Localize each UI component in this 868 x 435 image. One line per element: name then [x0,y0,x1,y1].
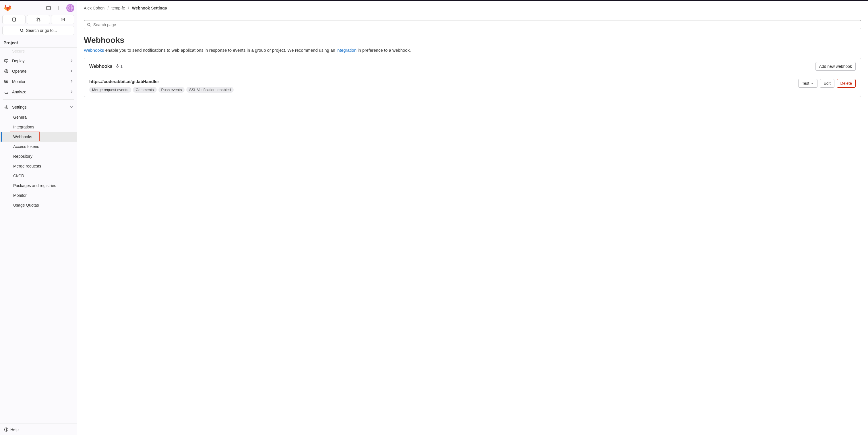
sidebar-item-operate[interactable]: Operate [0,66,76,77]
merge-requests-button[interactable] [27,15,50,24]
sub-label: Usage Quotas [13,203,39,207]
sidebar-item-settings[interactable]: Settings [0,102,76,112]
sub-label: CI/CD [13,174,24,178]
settings-sub-integrations[interactable]: Integrations [0,122,76,132]
webhook-tag: Push events [158,87,185,93]
search-icon [87,23,91,27]
chevron-right-icon [70,69,73,74]
subtitle-text: enable you to send notifications to web … [104,48,336,53]
sidebar-item-deploy[interactable]: Deploy [0,56,76,66]
sidebar-search-label: Search or go to... [26,28,57,33]
sidebar-item-truncated[interactable]: Secure [0,49,76,56]
todos-button[interactable] [51,15,74,24]
webhooks-card: Webhooks 1 Add new webhook https://coder… [84,58,861,97]
settings-sub-packages[interactable]: Packages and registries [0,181,76,191]
svg-line-19 [90,26,91,26]
breadcrumb-item[interactable]: temp-fe [112,6,125,10]
webhook-url: https://coderabbit.ai/gitlabHandler [89,79,234,84]
webhook-tags: Merge request events Comments Push event… [89,87,234,93]
svg-point-15 [6,107,7,108]
sub-label: Integrations [13,125,34,129]
sub-label: Webhooks [13,135,32,139]
todo-icon [61,17,65,22]
merge-icon [36,17,41,22]
help-label: Help [10,427,19,432]
gitlab-logo[interactable] [3,4,12,12]
svg-point-5 [37,18,38,19]
count-value: 1 [121,64,123,69]
settings-sub-merge-requests[interactable]: Merge requests [0,161,76,171]
tanuki-icon [4,4,11,12]
chevron-right-icon [70,79,73,84]
issues-button[interactable] [2,15,26,24]
sidebar-nav: Secure Deploy Operate Monitor Analyze [0,48,76,424]
card-header: Webhooks 1 Add new webhook [84,58,861,75]
nav-label: Analyze [12,90,26,94]
breadcrumb-sep: / [107,6,108,10]
content: Webhooks Webhooks enable you to send not… [77,15,868,102]
delete-webhook-button[interactable]: Delete [837,79,856,88]
monitor-icon [3,79,9,85]
nav-label: Deploy [12,59,25,63]
page-search-input[interactable] [93,22,858,27]
sub-label: Packages and registries [13,183,56,188]
chevron-down-icon [70,105,73,110]
settings-sub-cicd[interactable]: CI/CD [0,171,76,181]
deploy-icon [3,58,9,64]
settings-sub-monitor[interactable]: Monitor [0,191,76,200]
sub-label: Repository [13,154,32,158]
webhook-tag: SSL Verification: enabled [186,87,234,93]
svg-point-9 [20,29,23,32]
plus-icon [57,6,61,10]
settings-sub-usage-quotas[interactable]: Usage Quotas [0,200,76,210]
page-subtitle: Webhooks enable you to send notification… [84,48,861,53]
create-new-button[interactable] [55,4,63,12]
page-title: Webhooks [84,36,861,45]
collapse-sidebar-button[interactable] [44,4,53,12]
page-search[interactable] [84,20,861,29]
edit-webhook-button[interactable]: Edit [820,79,834,88]
chevron-right-icon [70,59,73,63]
test-label: Test [802,81,809,86]
settings-sub-repository[interactable]: Repository [0,151,76,161]
sidebar-item-monitor[interactable]: Monitor [0,77,76,87]
breadcrumb-item-current[interactable]: Webhook Settings [132,6,167,10]
svg-point-6 [37,20,38,21]
svg-rect-0 [47,6,51,10]
test-webhook-button[interactable]: Test [798,79,818,88]
settings-sub-access-tokens[interactable]: Access tokens [0,142,76,151]
svg-rect-11 [5,59,8,62]
svg-point-18 [88,23,90,26]
search-icon [20,28,24,32]
sidebar-search-button[interactable]: Search or go to... [2,26,74,35]
svg-line-10 [22,31,23,32]
user-avatar[interactable] [66,4,74,12]
operate-icon [3,68,9,74]
hook-icon [115,64,119,68]
breadcrumb-sep: / [128,6,129,10]
breadcrumbs: Alex Cohen / temp-fe / Webhook Settings [77,1,868,15]
nav-label: Settings [12,105,27,110]
subtitle-link-integration[interactable]: integration [336,48,356,53]
sidebar-item-analyze[interactable]: Analyze [0,87,76,97]
app-shell: Search or go to... Project Secure Deploy… [0,1,868,435]
nav-label: Monitor [12,79,26,84]
analyze-icon [3,89,9,95]
sub-label: Monitor [13,193,27,198]
webhook-row: https://coderabbit.ai/gitlabHandler Merg… [89,79,856,93]
subtitle-text-end: in preference to a webhook. [356,48,411,53]
sidebar: Search or go to... Project Secure Deploy… [0,1,77,435]
webhook-count: 1 [115,64,123,69]
nav-label: Operate [12,69,27,74]
gear-icon [3,104,9,110]
sidebar-section-label: Project [0,38,76,48]
add-webhook-button[interactable]: Add new webhook [815,62,856,71]
settings-sub-general[interactable]: General [0,112,76,122]
subtitle-link-webhooks[interactable]: Webhooks [84,48,104,53]
sidebar-collapse-icon [46,6,51,10]
settings-sub-webhooks[interactable]: Webhooks [0,132,76,142]
help-button[interactable]: Help [0,424,76,435]
help-icon [4,427,9,432]
breadcrumb-item[interactable]: Alex Cohen [84,6,104,10]
webhook-info: https://coderabbit.ai/gitlabHandler Merg… [89,79,234,93]
